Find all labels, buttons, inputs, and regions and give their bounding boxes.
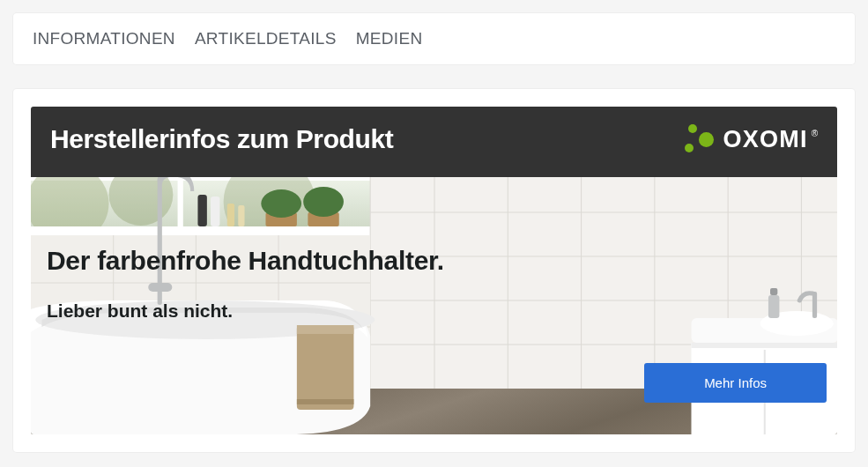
svg-rect-34 xyxy=(238,205,244,226)
scene-text-block: Der farbenfrohe Handtuchhalter. Lieber b… xyxy=(47,246,444,322)
svg-point-36 xyxy=(261,189,301,218)
svg-rect-51 xyxy=(812,292,817,318)
hero-header: Herstellerinfos zum Produkt OXOMI ® xyxy=(31,107,837,177)
content-card: Herstellerinfos zum Produkt OXOMI ® xyxy=(13,89,855,452)
tab-artikeldetails[interactable]: ARTIKELDETAILS xyxy=(195,29,337,48)
registered-mark-icon: ® xyxy=(812,129,818,138)
svg-rect-32 xyxy=(211,196,219,226)
tab-informationen[interactable]: INFORMATIONEN xyxy=(33,29,175,48)
svg-rect-3 xyxy=(178,177,183,230)
oxomi-logo-icon xyxy=(685,124,715,154)
product-headline: Der farbenfrohe Handtuchhalter. xyxy=(47,246,444,276)
hero-title: Herstellerinfos zum Produkt xyxy=(50,124,393,154)
tab-medien[interactable]: MEDIEN xyxy=(356,29,423,48)
product-hero-image: Der farbenfrohe Handtuchhalter. Lieber b… xyxy=(31,177,837,434)
svg-rect-43 xyxy=(691,343,837,348)
svg-rect-31 xyxy=(197,195,206,226)
svg-rect-49 xyxy=(768,295,779,318)
hero-panel: Herstellerinfos zum Produkt OXOMI ® xyxy=(31,107,837,434)
product-subheadline: Lieber bunt als nicht. xyxy=(47,300,444,322)
svg-rect-40 xyxy=(297,325,354,334)
svg-rect-50 xyxy=(770,288,777,295)
svg-point-38 xyxy=(303,187,344,217)
svg-rect-7 xyxy=(31,226,370,235)
brand-name: OXOMI xyxy=(723,126,808,153)
tab-bar: INFORMATIONEN ARTIKELDETAILS MEDIEN xyxy=(13,13,855,64)
more-info-button[interactable]: Mehr Infos xyxy=(644,363,827,403)
svg-rect-41 xyxy=(297,399,354,404)
brand-logo: OXOMI ® xyxy=(685,124,818,154)
svg-rect-33 xyxy=(227,204,234,226)
svg-rect-39 xyxy=(297,325,354,410)
